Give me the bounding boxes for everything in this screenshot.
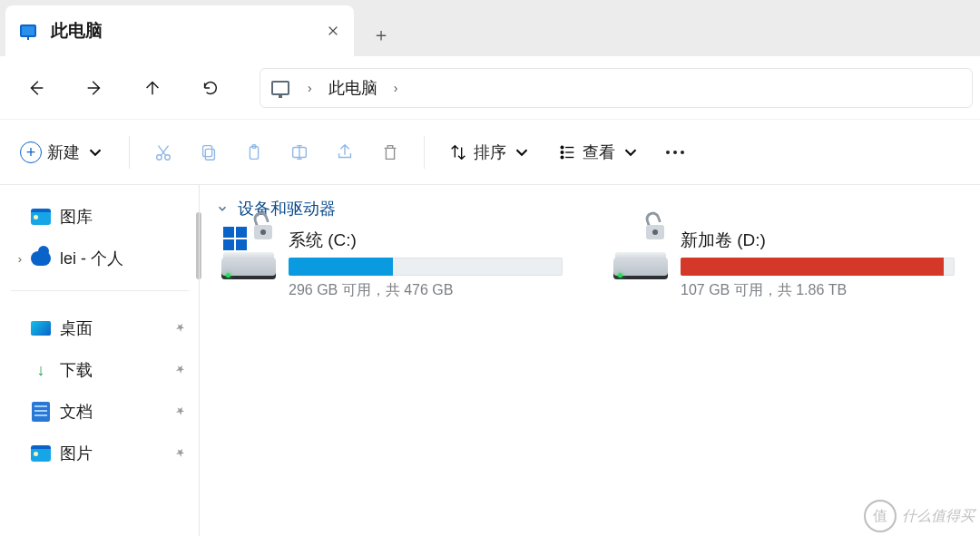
unlock-icon bbox=[254, 225, 272, 239]
drive-name: 系统 (C:) bbox=[289, 229, 581, 252]
nav-row: › 此电脑 › bbox=[0, 56, 980, 120]
tab-title: 此电脑 bbox=[51, 19, 103, 43]
rename-button[interactable] bbox=[279, 131, 320, 174]
svg-point-9 bbox=[561, 156, 564, 159]
gallery-icon bbox=[31, 208, 51, 226]
watermark-text: 什么值得买 bbox=[902, 507, 975, 526]
divider bbox=[424, 136, 425, 169]
unlock-icon bbox=[646, 225, 664, 239]
section-devices[interactable]: 设备和驱动器 bbox=[216, 194, 976, 229]
toolbar: + 新建 排序 查看 bbox=[0, 120, 980, 185]
breadcrumb-this-pc[interactable]: 此电脑 bbox=[323, 73, 383, 102]
drive-c[interactable]: 系统 (C:) 296 GB 可用，共 476 GB bbox=[221, 229, 581, 300]
copy-button[interactable] bbox=[188, 131, 230, 174]
capacity-fill bbox=[289, 258, 393, 276]
drive-name: 新加卷 (D:) bbox=[681, 229, 973, 252]
svg-point-8 bbox=[561, 151, 564, 153]
sort-label: 排序 bbox=[474, 141, 506, 163]
pin-icon bbox=[174, 361, 187, 380]
up-button[interactable] bbox=[123, 61, 181, 115]
new-label: 新建 bbox=[47, 141, 80, 163]
chevron-right-icon: › bbox=[308, 81, 312, 95]
back-button[interactable] bbox=[7, 61, 65, 115]
this-pc-icon bbox=[271, 81, 289, 95]
cut-button[interactable] bbox=[142, 131, 184, 174]
sidebar-item-onedrive[interactable]: › lei - 个人 bbox=[7, 238, 192, 279]
sidebar-item-pictures[interactable]: 图片 bbox=[7, 433, 192, 474]
svg-rect-3 bbox=[203, 145, 212, 156]
windows-logo-icon bbox=[223, 227, 247, 250]
chevron-down-icon bbox=[512, 142, 532, 162]
svg-point-7 bbox=[561, 146, 564, 149]
sidebar-item-label: 文档 bbox=[60, 401, 93, 423]
drive-d[interactable]: 新加卷 (D:) 107 GB 可用，共 1.86 TB bbox=[613, 229, 973, 300]
download-icon: ↓ bbox=[31, 361, 51, 379]
sidebar: 图库 › lei - 个人 桌面 ↓ 下载 文档 bbox=[0, 185, 200, 536]
chevron-right-icon[interactable]: › bbox=[13, 252, 27, 266]
sidebar-item-desktop[interactable]: 桌面 bbox=[7, 307, 192, 349]
capacity-bar bbox=[289, 258, 563, 276]
picture-icon bbox=[31, 444, 51, 463]
pin-icon bbox=[174, 444, 187, 463]
close-icon[interactable] bbox=[327, 24, 339, 37]
forward-button[interactable] bbox=[65, 61, 123, 115]
document-icon bbox=[31, 403, 51, 421]
svg-rect-2 bbox=[205, 149, 214, 160]
onedrive-icon bbox=[31, 249, 51, 268]
sidebar-item-label: 下载 bbox=[60, 359, 93, 381]
plus-circle-icon: + bbox=[20, 141, 42, 163]
sidebar-item-gallery[interactable]: 图库 bbox=[7, 196, 192, 238]
sidebar-item-downloads[interactable]: ↓ 下载 bbox=[7, 349, 192, 391]
more-button[interactable] bbox=[655, 131, 695, 174]
delete-button[interactable] bbox=[369, 131, 411, 174]
paste-button[interactable] bbox=[233, 131, 275, 174]
desktop-icon bbox=[31, 319, 51, 337]
address-bar[interactable]: › 此电脑 › bbox=[260, 68, 973, 108]
drive-stat: 296 GB 可用，共 476 GB bbox=[289, 281, 581, 300]
chevron-right-icon: › bbox=[394, 81, 398, 95]
pin-icon bbox=[174, 403, 187, 422]
divider bbox=[11, 290, 189, 291]
sidebar-item-label: lei - 个人 bbox=[60, 248, 123, 269]
sidebar-item-label: 图库 bbox=[60, 206, 93, 228]
tab-this-pc[interactable]: 此电脑 bbox=[5, 5, 354, 56]
tab-strip: 此电脑 ＋ bbox=[0, 0, 980, 56]
sidebar-item-documents[interactable]: 文档 bbox=[7, 391, 192, 433]
chevron-down-icon bbox=[85, 142, 105, 162]
pin-icon bbox=[174, 319, 187, 338]
watermark: 值 什么值得买 bbox=[864, 500, 975, 532]
share-button[interactable] bbox=[324, 131, 366, 174]
scrollbar-thumb[interactable] bbox=[196, 212, 201, 279]
plus-icon: ＋ bbox=[372, 25, 390, 44]
body: 图库 › lei - 个人 桌面 ↓ 下载 文档 bbox=[0, 185, 980, 536]
content-pane: 设备和驱动器 系统 (C:) 296 GB 可用，共 476 GB bbox=[200, 185, 980, 536]
chevron-down-icon bbox=[216, 202, 229, 215]
drive-stat: 107 GB 可用，共 1.86 TB bbox=[681, 281, 973, 300]
divider bbox=[129, 136, 130, 169]
ellipsis-icon bbox=[666, 151, 684, 154]
refresh-button[interactable] bbox=[181, 61, 240, 115]
chevron-down-icon bbox=[621, 142, 641, 162]
capacity-bar bbox=[681, 258, 955, 276]
new-button[interactable]: + 新建 bbox=[9, 131, 116, 174]
watermark-badge: 值 bbox=[864, 500, 897, 532]
sort-button[interactable]: 排序 bbox=[437, 131, 543, 174]
view-label: 查看 bbox=[583, 141, 615, 163]
drive-icon bbox=[613, 229, 668, 283]
section-title: 设备和驱动器 bbox=[238, 198, 336, 219]
this-pc-icon bbox=[20, 24, 36, 37]
sidebar-item-label: 图片 bbox=[60, 443, 93, 464]
drive-icon bbox=[221, 229, 276, 283]
view-button[interactable]: 查看 bbox=[546, 131, 652, 174]
sidebar-item-label: 桌面 bbox=[60, 317, 93, 339]
new-tab-button[interactable]: ＋ bbox=[359, 13, 403, 56]
drives-list: 系统 (C:) 296 GB 可用，共 476 GB 新加卷 (D:) bbox=[216, 229, 976, 300]
capacity-fill bbox=[681, 258, 944, 276]
